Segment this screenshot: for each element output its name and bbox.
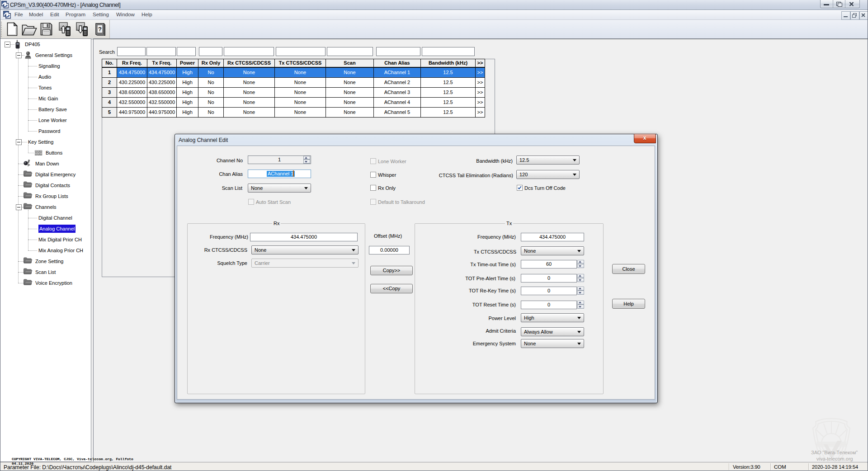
svg-text:?: ?: [98, 26, 102, 33]
